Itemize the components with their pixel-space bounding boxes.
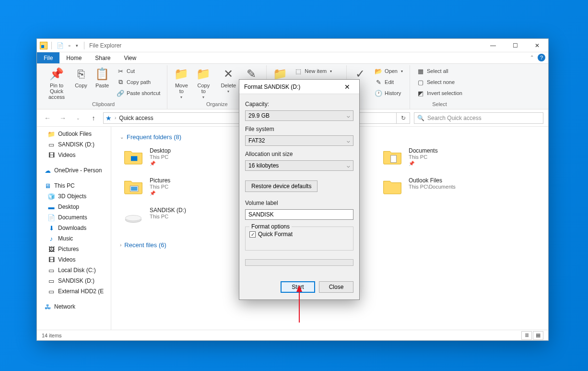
folder-sandisk[interactable]: SANDISK (D:)This PC [120, 205, 225, 228]
nav-up-button[interactable]: ↑ [88, 112, 99, 124]
new-item-icon: ⬚ [294, 67, 302, 75]
sidebar-item-sandisk2[interactable]: ▭SANDISK (D:) [37, 275, 111, 286]
move-to-icon: 📁 [174, 66, 189, 82]
video-icon: 🎞 [47, 151, 55, 159]
allocation-select[interactable]: 16 kilobytes [245, 160, 353, 171]
maximize-button[interactable]: ☐ [504, 39, 526, 52]
close-button-dialog[interactable]: Close [319, 281, 353, 293]
sidebar-item-sandisk[interactable]: ▭SANDISK (D:) [37, 139, 111, 150]
help-icon[interactable]: ? [538, 54, 545, 61]
sidebar-item-videos[interactable]: 🎞Videos [37, 150, 111, 160]
open-icon: 📂 [375, 67, 382, 75]
titlebar: 📄 ▫ ▾ File Explorer — ☐ ✕ [37, 39, 548, 52]
cut-button[interactable]: ✂Cut [115, 66, 162, 76]
sidebar-item-desktop[interactable]: ▬Desktop [37, 202, 111, 212]
pin-icon: 📌 [409, 161, 438, 166]
breadcrumb[interactable]: Quick access [119, 115, 153, 121]
delete-button[interactable]: ✕ Delete ▾ [217, 65, 239, 101]
search-placeholder: Search Quick access [427, 115, 482, 121]
qat-customize-icon[interactable]: ▾ [76, 43, 78, 48]
tab-share[interactable]: Share [88, 52, 117, 63]
quick-format-checkbox[interactable]: ✓ Quick Format [249, 231, 349, 238]
sidebar-item-downloads[interactable]: ⬇Downloads [37, 223, 111, 233]
folder-pictures[interactable]: PicturesThis PC📌 [120, 175, 225, 198]
restore-defaults-button[interactable]: Restore device defaults [245, 180, 318, 192]
sidebar-item-documents[interactable]: 📄Documents [37, 212, 111, 223]
minimize-button[interactable]: — [482, 39, 504, 52]
folder-outlook[interactable]: Outlook FilesThis PC\Documents [379, 175, 484, 198]
pin-quick-access-button[interactable]: 📌 Pin to Quick access [43, 65, 71, 101]
sidebar-onedrive[interactable]: ☁OneDrive - Person [37, 165, 111, 176]
svg-rect-2 [131, 187, 137, 191]
select-all-icon: ▦ [417, 67, 424, 75]
sidebar-item-videos2[interactable]: 🎞Videos [37, 254, 111, 265]
nav-forward-button[interactable]: → [57, 112, 69, 124]
copy-label: Copy [75, 83, 87, 88]
edit-icon: ✎ [375, 78, 382, 86]
folder-desktop[interactable]: DesktopThis PC📌 [120, 145, 225, 168]
pin-icon: 📌 [150, 161, 171, 166]
drive-icon: ▭ [47, 141, 55, 148]
pc-icon: 🖥 [44, 182, 51, 190]
desktop-icon: ▬ [47, 203, 55, 211]
cut-icon: ✂ [117, 67, 124, 75]
copy-to-button[interactable]: 📁 Copy to ▾ [192, 65, 214, 101]
sidebar-item-external[interactable]: ▭External HDD2 (E [37, 286, 111, 297]
pictures-icon: 🖼 [47, 245, 55, 253]
move-to-button[interactable]: 📁 Move to ▾ [170, 65, 192, 101]
invert-selection-button[interactable]: ◩Invert selection [415, 88, 464, 98]
dialog-title: Format SANDISK (D:) [244, 84, 300, 90]
paste-shortcut-button[interactable]: 🔗Paste shortcut [115, 88, 162, 98]
sidebar-this-pc[interactable]: 🖥This PC [37, 180, 111, 191]
view-large-button[interactable]: ▦ [533, 331, 543, 340]
close-button[interactable]: ✕ [526, 39, 548, 52]
sidebar-item-3d[interactable]: 🧊3D Objects [37, 191, 111, 202]
tab-view[interactable]: View [117, 52, 143, 63]
refresh-button[interactable]: ↻ [397, 112, 410, 124]
pin-label: Pin to Quick access [46, 83, 68, 100]
copy-path-icon: ⧉ [117, 78, 124, 86]
capacity-select[interactable]: 29.9 GB [245, 110, 353, 121]
view-details-button[interactable]: ≣ [521, 331, 532, 340]
qat-properties-icon[interactable]: 📄 [56, 41, 64, 50]
paste-icon: 📋 [94, 66, 110, 82]
open-button[interactable]: 📂Open ▾ [373, 66, 405, 76]
copy-path-button[interactable]: ⧉Copy path [115, 77, 162, 87]
sidebar-item-pictures[interactable]: 🖼Pictures [37, 244, 111, 254]
filesystem-select[interactable]: FAT32 [245, 135, 353, 146]
qat-newfolder-icon[interactable]: ▫ [65, 41, 74, 50]
hdd-icon: ▭ [47, 277, 55, 285]
sidebar-item-music[interactable]: ♪Music [37, 233, 111, 244]
select-none-button[interactable]: ▢Select none [415, 77, 464, 87]
sidebar-item-localdisk[interactable]: ▭Local Disk (C:) [37, 265, 111, 275]
delete-icon: ✕ [221, 66, 236, 82]
documents-icon: 📄 [47, 214, 55, 221]
folder-icon [381, 147, 404, 167]
nav-recent-button[interactable]: ⌄ [72, 112, 84, 124]
start-button[interactable]: Start [281, 281, 315, 293]
folder-documents[interactable]: DocumentsThis PC📌 [379, 145, 484, 168]
nav-back-button[interactable]: ← [42, 112, 53, 124]
volume-label-input[interactable]: SANDISK [245, 209, 353, 220]
folder-icon: 📁 [47, 130, 55, 138]
select-all-button[interactable]: ▦Select all [415, 66, 464, 76]
collapse-ribbon-icon[interactable]: ⌃ [530, 55, 534, 60]
history-button[interactable]: 🕐History [373, 88, 405, 98]
hdd-icon: ▭ [47, 266, 55, 274]
edit-button[interactable]: ✎Edit [373, 77, 405, 87]
tab-home[interactable]: Home [59, 52, 88, 63]
paste-label: Paste [95, 83, 109, 88]
copy-button[interactable]: ⎘ Copy [71, 65, 92, 101]
new-item-button[interactable]: ⬚New item ▾ [293, 66, 341, 76]
sidebar-network[interactable]: 🖧Network [37, 301, 111, 312]
history-icon: 🕐 [375, 89, 382, 97]
paste-button[interactable]: 📋 Paste [92, 65, 113, 101]
search-input[interactable]: 🔍 Search Quick access [414, 112, 543, 124]
tab-file[interactable]: File [37, 52, 59, 63]
status-bar: 14 items ≣ ▦ [37, 330, 548, 340]
dialog-close-button[interactable]: ✕ [340, 80, 354, 94]
dialog-titlebar: Format SANDISK (D:) ✕ [239, 80, 359, 94]
svg-point-4 [125, 215, 141, 221]
checkbox-checked-icon: ✓ [249, 231, 256, 238]
sidebar-item-outlook[interactable]: 📁Outlook Files [37, 129, 111, 139]
